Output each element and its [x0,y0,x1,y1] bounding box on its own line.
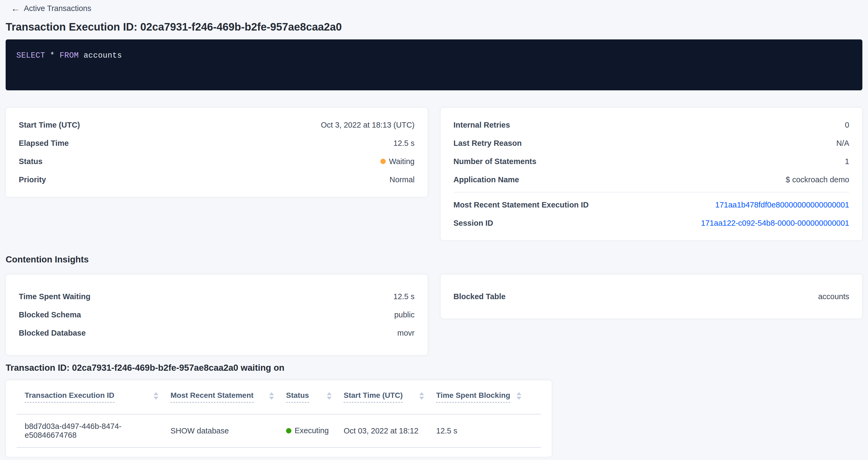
elapsed-time-label: Elapsed Time [19,139,69,148]
time-spent-waiting-label: Time Spent Waiting [19,292,90,301]
status-text: Executing [294,426,329,435]
start-time-row: Start Time (UTC) Oct 3, 2022 at 18:13 (U… [6,116,428,134]
waiting-transactions-table-card: Transaction Execution ID Most Recent Sta… [6,380,552,457]
blocked-table-value: accounts [818,292,849,301]
blocked-database-row: Blocked Database movr [6,324,428,342]
sort-arrows-icon[interactable] [154,392,158,400]
waiting-on-heading: Transaction ID: 02ca7931-f246-469b-b2fe-… [6,363,862,373]
application-name-label: Application Name [454,175,519,184]
transaction-overview-card: Start Time (UTC) Oct 3, 2022 at 18:13 (U… [6,108,428,197]
table-header-row: Transaction Execution ID Most Recent Sta… [17,380,541,415]
back-link-active-transactions[interactable]: ← Active Transactions [11,0,91,13]
time-spent-waiting-row: Time Spent Waiting 12.5 s [6,287,428,306]
status-text: Waiting [389,157,415,166]
contention-insights-heading: Contention Insights [6,254,862,265]
sort-arrows-icon[interactable] [419,392,424,400]
cell-time-spent-blocking: 12.5 s [436,427,533,435]
blocked-schema-row: Blocked Schema public [6,306,428,324]
blocked-database-value: movr [397,329,414,337]
cell-status: Executing [286,426,344,435]
blocked-schema-value: public [394,310,415,319]
number-of-statements-row: Number of Statements 1 [441,152,862,171]
priority-row: Priority Normal [6,171,428,189]
column-label: Status [286,391,309,403]
cell-most-recent-statement: SHOW database [170,427,286,435]
sql-keyword-select: SELECT [17,51,45,60]
arrow-left-icon: ← [11,4,20,13]
blocked-database-label: Blocked Database [19,329,86,337]
number-of-statements-value: 1 [845,157,849,166]
sort-arrows-icon[interactable] [269,392,274,400]
start-time-label: Start Time (UTC) [19,121,80,129]
blocked-table-card: Blocked Table accounts [440,274,863,319]
column-label: Transaction Execution ID [25,391,115,403]
elapsed-time-row: Elapsed Time 12.5 s [6,134,428,152]
statement-execution-id-row: Most Recent Statement Execution ID 171aa… [441,196,862,214]
column-header-most-recent-statement: Most Recent Statement [170,391,286,403]
priority-value: Normal [390,175,414,184]
column-header-transaction-execution-id: Transaction Execution ID [17,391,170,403]
internal-retries-label: Internal Retries [454,121,510,129]
application-name-value: $ cockroach demo [786,175,849,184]
time-spent-waiting-value: 12.5 s [394,292,415,301]
sql-star-operator: * [50,51,55,60]
start-time-value: Oct 3, 2022 at 18:13 (UTC) [321,121,415,129]
status-value: Waiting [380,157,415,166]
blocked-table-row: Blocked Table accounts [441,287,862,306]
back-link-label: Active Transactions [24,4,91,13]
application-name-row: Application Name $ cockroach demo [441,171,862,189]
transaction-details-card: Internal Retries 0 Last Retry Reason N/A… [440,108,863,241]
sql-keyword-from: FROM [60,51,79,60]
sort-arrows-icon[interactable] [327,392,332,400]
last-retry-reason-row: Last Retry Reason N/A [441,134,862,152]
internal-retries-value: 0 [845,121,849,129]
column-label: Most Recent Statement [170,391,254,403]
column-header-status: Status [286,391,344,403]
blocked-schema-label: Blocked Schema [19,310,81,319]
sql-statement-box: SELECT * FROM accounts [6,39,862,90]
elapsed-time-value: 12.5 s [394,139,415,148]
sort-arrows-icon[interactable] [517,392,521,400]
contention-waiting-card: Time Spent Waiting 12.5 s Blocked Schema… [6,274,428,355]
internal-retries-row: Internal Retries 0 [441,116,862,134]
table-row: b8d7d03a-d497-446b-8474-e50846674768 SHO… [17,415,541,448]
executing-status-dot-icon [286,428,291,433]
statement-execution-id-link[interactable]: 171aa1b478fdf0e80000000000000001 [715,201,849,209]
sql-table-name: accounts [84,51,122,60]
last-retry-reason-label: Last Retry Reason [454,139,522,148]
blocked-table-label: Blocked Table [454,292,505,301]
card-divider [454,192,849,192]
page-title: Transaction Execution ID: 02ca7931-f246-… [6,21,862,33]
column-label: Start Time (UTC) [344,391,403,403]
waiting-transactions-table: Transaction Execution ID Most Recent Sta… [17,380,541,448]
cell-transaction-execution-id: b8d7d03a-d497-446b-8474-e50846674768 [17,422,170,440]
waiting-status-dot-icon [380,159,386,164]
cell-start-time: Oct 03, 2022 at 18:12 [344,427,436,435]
session-id-row: Session ID 171aa122-c092-54b8-0000-00000… [441,214,862,232]
number-of-statements-label: Number of Statements [454,157,536,166]
transaction-details-page: ← Active Transactions Transaction Execut… [0,0,868,457]
session-id-label: Session ID [454,219,493,227]
session-id-link[interactable]: 171aa122-c092-54b8-0000-000000000001 [701,219,849,227]
column-header-start-time: Start Time (UTC) [344,391,436,403]
column-header-time-spent-blocking: Time Spent Blocking [436,391,533,403]
column-label: Time Spent Blocking [436,391,510,403]
status-label: Status [19,157,42,166]
status-row: Status Waiting [6,152,428,171]
statement-execution-id-label: Most Recent Statement Execution ID [454,201,589,209]
last-retry-reason-value: N/A [836,139,849,148]
priority-label: Priority [19,175,46,184]
